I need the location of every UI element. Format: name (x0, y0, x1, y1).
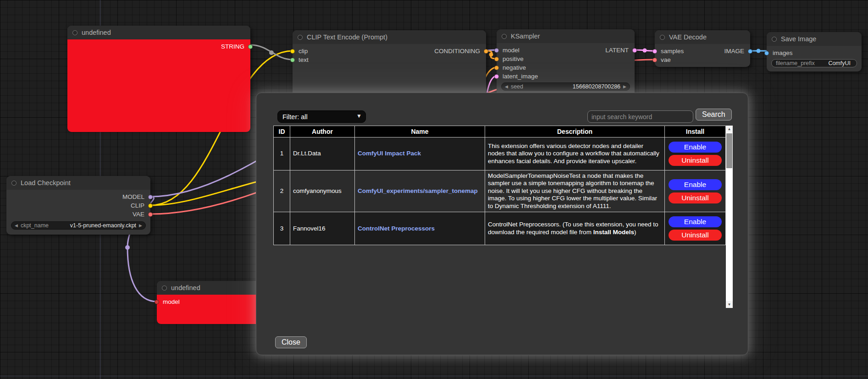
prefix-widget-value: ComfyUI (828, 60, 851, 66)
prefix-widget-label: filename_prefix (776, 60, 815, 66)
collapse-dot[interactable] (298, 35, 303, 40)
node-error-body: STRING (67, 39, 250, 132)
prev-arrow-icon[interactable]: ◀ (15, 224, 18, 228)
node-title-label: VAE Decode (669, 33, 707, 41)
wire-string-to-text (250, 45, 293, 60)
uninstall-button[interactable]: Uninstall (669, 155, 722, 166)
input-slot-samples[interactable] (652, 49, 657, 54)
node-title-label: undefined (171, 284, 200, 291)
uninstall-button[interactable]: Uninstall (669, 192, 722, 203)
filter-select[interactable]: Filter: all (277, 110, 366, 123)
extensions-table: ID Author Name Description Install 1 Dr.… (273, 126, 726, 245)
collapse-dot[interactable] (162, 286, 167, 291)
collapse-dot[interactable] (502, 34, 507, 39)
seed-widget[interactable]: ◀ seed 156680208700286 ▶ (501, 82, 630, 91)
input-slot-latent-image[interactable] (494, 74, 499, 79)
next-arrow-icon[interactable]: ▶ (139, 224, 142, 228)
cell-id: 2 (274, 170, 290, 212)
cell-install: Enable Uninstall (665, 137, 726, 170)
node-load-checkpoint[interactable]: Load Checkpoint MODEL CLIP VAE ◀ ckpt_na… (6, 176, 150, 235)
input-slot-positive[interactable] (494, 57, 499, 61)
input-slot-model[interactable] (494, 48, 499, 53)
uninstall-button[interactable]: Uninstall (669, 230, 722, 241)
scroll-up-icon[interactable]: ▲ (726, 126, 733, 132)
node-title-label: KSampler (511, 33, 540, 40)
wire-dot-model (125, 245, 130, 250)
table-scrollbar[interactable]: ▲ ▼ (726, 126, 733, 308)
header-author: Author (290, 126, 355, 137)
input-slot-images[interactable] (764, 51, 769, 55)
node-title-bar[interactable]: Load Checkpoint (6, 176, 150, 190)
close-button[interactable]: Close (275, 336, 307, 348)
node-title-bar[interactable]: VAE Decode (655, 30, 750, 44)
header-install: Install (665, 126, 726, 137)
cell-id: 1 (274, 137, 290, 170)
scroll-down-icon[interactable]: ▼ (726, 301, 733, 308)
node-graph-canvas[interactable]: undefined STRING CLIP Text Encode (Promp… (0, 0, 868, 379)
header-name: Name (355, 126, 485, 137)
node-undefined-top[interactable]: undefined STRING (67, 26, 250, 129)
output-slot-image[interactable] (748, 49, 752, 54)
output-slot-model[interactable] (148, 195, 153, 199)
collapse-dot[interactable] (72, 30, 77, 35)
input-label-text: text (299, 56, 309, 63)
cell-author: Fannovel16 (290, 212, 355, 245)
node-title-label: CLIP Text Encode (Prompt) (307, 33, 387, 41)
extension-link[interactable]: ComfyUI Impact Pack (358, 150, 421, 157)
input-slot-negative[interactable] (494, 66, 499, 70)
output-label-image: IMAGE (724, 48, 744, 55)
cell-id: 3 (274, 212, 290, 245)
output-slot-string[interactable] (248, 44, 253, 49)
table-row: 3 Fannovel16 ControlNet Preprocessors Co… (274, 212, 726, 245)
table-row: 2 comfyanonymous ComfyUI_experiments/sam… (274, 170, 726, 212)
table-header-row: ID Author Name Description Install (274, 126, 726, 137)
collapse-dot[interactable] (11, 181, 17, 186)
increment-arrow-icon[interactable]: ▶ (623, 85, 626, 89)
extension-link[interactable]: ControlNet Preprocessors (358, 225, 435, 232)
node-title-bar[interactable]: CLIP Text Encode (Prompt) (293, 30, 486, 44)
enable-button[interactable]: Enable (669, 142, 722, 153)
enable-button[interactable]: Enable (669, 216, 722, 227)
output-slot-vae[interactable] (148, 212, 153, 217)
input-label-latent-image: latent_image (503, 73, 538, 80)
wire-dot-conditioning (489, 53, 493, 57)
filename-prefix-widget[interactable]: filename_prefix ComfyUI (771, 59, 857, 67)
cell-install: Enable Uninstall (665, 170, 726, 212)
search-input[interactable] (587, 110, 693, 123)
cell-install: Enable Uninstall (665, 212, 726, 245)
node-vae-decode[interactable]: VAE Decode samples IMAGE vae (655, 30, 750, 67)
input-slot-clip[interactable] (290, 49, 295, 54)
node-title-bar[interactable]: Save Image (767, 32, 862, 46)
table-row: 1 Dr.Lt.Data ComfyUI Impact Pack This ex… (274, 137, 726, 170)
collapse-dot[interactable] (660, 35, 665, 40)
node-title-bar[interactable]: undefined (67, 26, 250, 39)
input-slot-model[interactable] (155, 300, 159, 304)
input-slot-text[interactable] (290, 58, 295, 62)
node-save-image[interactable]: Save Image images filename_prefix ComfyU… (767, 32, 862, 71)
wire-dot-string (269, 50, 274, 55)
output-slot-latent[interactable] (632, 48, 637, 53)
input-slot-vae[interactable] (652, 58, 657, 62)
output-slot-clip[interactable] (148, 203, 153, 208)
decrement-arrow-icon[interactable]: ◀ (505, 85, 508, 89)
search-button[interactable]: Search (696, 109, 732, 121)
output-label-conditioning: CONDITIONING (434, 48, 480, 55)
header-id: ID (274, 126, 290, 137)
node-title-label: Save Image (781, 35, 816, 43)
output-slot-conditioning[interactable] (484, 49, 488, 54)
scrollbar-thumb[interactable] (726, 133, 732, 168)
cell-author: Dr.Lt.Data (290, 137, 355, 170)
ckpt-name-widget[interactable]: ◀ ckpt_name v1-5-pruned-emaonly.ckpt ▶ (11, 221, 146, 230)
ckpt-widget-label: ckpt_name (21, 222, 49, 229)
enable-button[interactable]: Enable (669, 179, 722, 190)
input-label-clip: clip (299, 48, 308, 55)
input-label-images: images (773, 49, 793, 56)
node-title-label: undefined (82, 29, 111, 36)
node-title-bar[interactable]: KSampler (497, 29, 635, 43)
input-label-samples: samples (661, 48, 684, 55)
filter-select-wrap: Filter: all ▼ (277, 110, 366, 123)
seed-widget-value: 156680208700286 (573, 83, 620, 90)
input-label-positive: positive (503, 55, 524, 62)
collapse-dot[interactable] (772, 37, 777, 42)
extension-link[interactable]: ComfyUI_experiments/sampler_tonemap (358, 187, 478, 194)
